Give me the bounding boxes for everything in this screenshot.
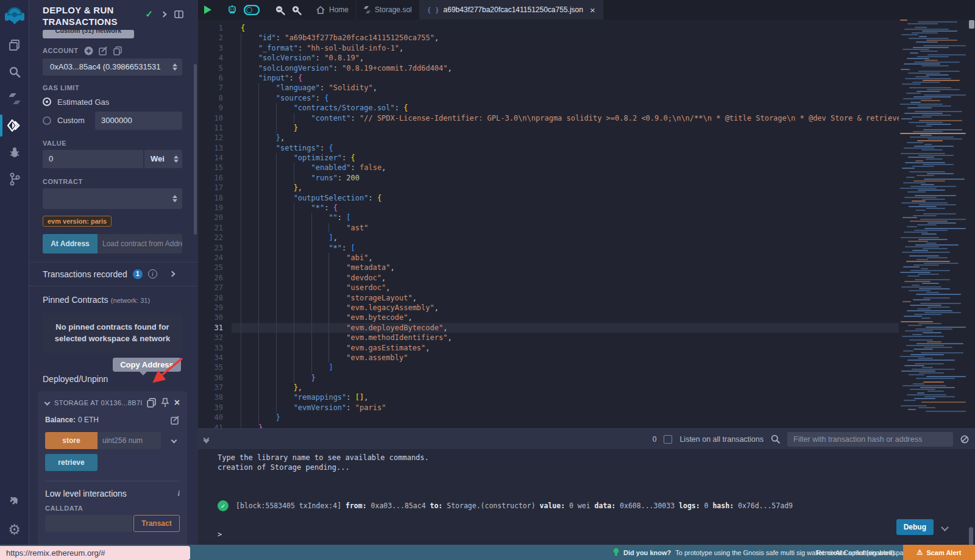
code-line[interactable]: 15"enabled": false, (198, 163, 899, 172)
code-line[interactable]: 28"storageLayout", (198, 293, 899, 303)
code-line[interactable]: 19"*": { (198, 203, 899, 213)
value-input[interactable]: 0 (43, 150, 143, 168)
copy-account-icon[interactable] (113, 46, 122, 55)
copilot-toggle-icon[interactable] (244, 5, 260, 15)
code-line[interactable]: 6"input": { (198, 73, 899, 83)
sidebar-item-solidity-compiler[interactable] (0, 85, 29, 112)
zoom-out-icon[interactable] (275, 5, 285, 15)
code-line[interactable]: 31"evm.deployedBytecode", (198, 323, 899, 333)
editor-minimap[interactable] (899, 19, 968, 428)
terminal-output[interactable]: Type the library name to see available c… (198, 449, 975, 545)
code-line[interactable]: 34"evm.assembly" (198, 353, 899, 363)
copy-address-icon[interactable] (147, 398, 156, 408)
account-select[interactable]: 0xA03...85ac4 (0.39866531531 (43, 58, 182, 76)
at-address-input[interactable]: Load contract from Addre (98, 234, 182, 253)
code-line[interactable]: 24"abi", (198, 253, 899, 263)
code-line[interactable]: 13"settings": { (198, 143, 899, 153)
code-line[interactable]: 40} (198, 413, 899, 422)
code-line[interactable]: 39"evmVersion": "paris" (198, 403, 899, 413)
custom-gas-radio[interactable] (43, 116, 51, 125)
code-editor[interactable]: 1{2"id": "a69b43f277ba20fcac141151250ca7… (198, 19, 975, 428)
transact-button[interactable]: Transact (133, 515, 180, 532)
code-line[interactable]: 29"evm.legacyAssembly", (198, 303, 899, 313)
code-line[interactable]: 17}, (198, 183, 899, 193)
code-line[interactable]: 8"sources": { (198, 93, 899, 103)
remove-instance-icon[interactable]: × (174, 397, 180, 408)
panel-collapse-icon[interactable] (161, 11, 167, 17)
filter-tx-input[interactable]: Filter with transaction hash or address (787, 432, 953, 447)
calldata-input[interactable] (45, 515, 132, 532)
code-line[interactable]: 12}, (198, 133, 899, 143)
sidebar-item-git[interactable] (0, 166, 29, 193)
low-level-info-icon[interactable]: i (177, 489, 180, 498)
sign-message-icon[interactable] (99, 46, 108, 55)
code-line[interactable]: 23"*": [ (198, 243, 899, 253)
code-line[interactable]: 35] (198, 363, 899, 372)
code-line[interactable]: 37}, (198, 383, 899, 392)
code-line[interactable]: 32"evm.methodIdentifiers", (198, 333, 899, 342)
code-line[interactable]: 38"remappings": [], (198, 392, 899, 402)
code-line[interactable]: 36} (198, 373, 899, 383)
expand-log-icon[interactable] (941, 523, 949, 531)
code-line[interactable]: 16"runs": 200 (198, 173, 899, 183)
tx-info-icon[interactable]: i (148, 269, 157, 278)
clear-console-icon[interactable] (960, 435, 969, 444)
store-arg-input[interactable]: uint256 num (98, 432, 161, 449)
debug-button[interactable]: Debug (896, 519, 934, 535)
code-line[interactable]: 1{ (198, 23, 899, 33)
copilot-status[interactable]: RemixAI Copilot (enabled) (817, 545, 895, 560)
code-line[interactable]: 26"devdoc", (198, 273, 899, 283)
sidebar-item-search[interactable] (0, 58, 29, 85)
code-line[interactable]: 10"content": "// SPDX-License-Identifier… (198, 113, 899, 123)
code-line[interactable]: 3"_format": "hh-sol-build-info-1", (198, 43, 899, 53)
code-line[interactable]: 33"evm.gasEstimates", (198, 343, 899, 353)
code-line[interactable]: 4"solcVersion": "0.8.19", (198, 53, 899, 63)
retrieve-function-button[interactable]: retrieve (45, 454, 98, 471)
remix-logo[interactable] (0, 0, 29, 32)
code-line[interactable]: 5"solcLongVersion": "0.8.19+commit.7dd6d… (198, 63, 899, 73)
terminal-prompt[interactable]: > (218, 530, 222, 539)
code-line[interactable]: 20"": [ (198, 213, 899, 222)
sidebar-item-file-explorer[interactable] (0, 32, 29, 58)
editor-scrollbar[interactable] (969, 20, 974, 29)
code-line[interactable]: 30"evm.bytecode", (198, 313, 899, 322)
code-line[interactable]: 9"contracts/Storage.sol": { (198, 103, 899, 113)
code-line[interactable]: 14"optimizer": { (198, 153, 899, 163)
code-line[interactable]: 27"userdoc", (198, 283, 899, 292)
code-line[interactable]: 18"outputSelection": { (198, 193, 899, 203)
expand-args-icon[interactable] (171, 438, 177, 444)
code-line[interactable]: 11} (198, 123, 899, 133)
sidebar-item-deploy-run[interactable] (0, 112, 29, 139)
code-line[interactable]: 7"language": "Solidity", (198, 83, 899, 93)
sidebar-item-plugin-manager[interactable] (0, 487, 29, 514)
listen-all-checkbox[interactable] (664, 435, 672, 444)
pin-icon[interactable] (161, 398, 169, 408)
value-unit-select[interactable]: Wei (144, 150, 182, 168)
transaction-log-row[interactable]: ✓ [block:5583405 txIndex:4] from: 0xa03.… (218, 500, 975, 511)
estimated-gas-radio[interactable] (43, 97, 51, 106)
code-line[interactable]: 25"metadata", (198, 263, 899, 272)
add-account-icon[interactable] (84, 46, 93, 55)
panel-scrollbar[interactable] (194, 64, 197, 235)
panel-pin-view-icon[interactable] (174, 10, 183, 18)
custom-gas-input[interactable]: 3000000 (95, 112, 182, 130)
terminal-collapse-icon[interactable] (204, 436, 208, 442)
ai-assistant-icon[interactable] (227, 4, 238, 15)
close-tab-icon[interactable]: × (590, 5, 595, 15)
code-line[interactable]: 41}, (198, 423, 899, 428)
tx-expand-icon[interactable] (169, 271, 175, 277)
code-line[interactable]: 2"id": "a69b43f277ba20fcac141151250ca755… (198, 33, 899, 43)
run-script-icon[interactable] (204, 5, 211, 14)
sidebar-item-debugger[interactable] (0, 139, 29, 166)
instance-collapse-icon[interactable] (44, 400, 51, 406)
code-line[interactable]: 22], (198, 233, 899, 243)
tab-home[interactable]: Home (309, 0, 356, 19)
at-address-button[interactable]: At Address (43, 234, 98, 253)
store-function-button[interactable]: store (45, 432, 98, 449)
edit-balance-icon[interactable] (171, 416, 180, 425)
tab-build-info-json[interactable]: { } a69b43f277ba20fcac141151250ca755.jso… (420, 0, 603, 19)
zoom-in-icon[interactable] (291, 5, 302, 15)
scam-alert-badge[interactable]: ⚠ Scam Alert (903, 545, 975, 560)
sidebar-item-settings[interactable]: ⚙ (0, 514, 29, 545)
code-line[interactable]: 21"ast" (198, 223, 899, 233)
